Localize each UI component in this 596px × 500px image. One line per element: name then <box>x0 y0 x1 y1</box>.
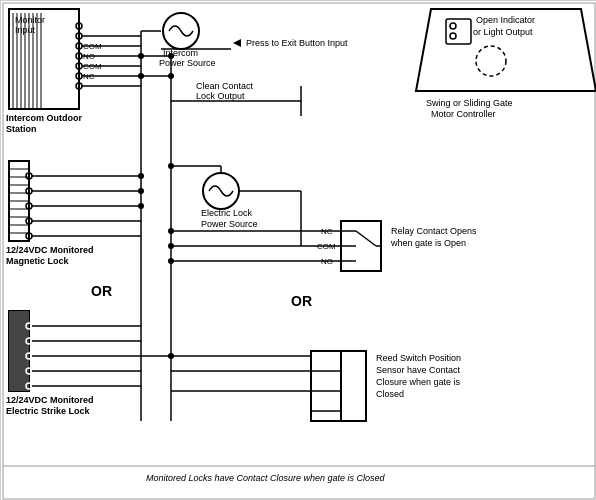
svg-text:Monitored Locks have Contact C: Monitored Locks have Contact Closure whe… <box>146 473 386 483</box>
svg-point-135 <box>168 228 174 234</box>
svg-text:Open Indicator: Open Indicator <box>476 15 535 25</box>
svg-point-133 <box>168 73 174 79</box>
svg-text:Clean Contact: Clean Contact <box>196 81 254 91</box>
svg-text:Monitor: Monitor <box>15 15 45 25</box>
svg-text:Input: Input <box>15 25 36 35</box>
svg-text:12/24VDC Monitored: 12/24VDC Monitored <box>6 245 94 255</box>
svg-text:or Light Output: or Light Output <box>473 27 533 37</box>
svg-text:12/24VDC Monitored: 12/24VDC Monitored <box>6 395 94 405</box>
svg-text:Press to Exit Button Input: Press to Exit Button Input <box>246 38 348 48</box>
svg-text:Magnetic Lock: Magnetic Lock <box>6 256 70 266</box>
svg-text:OR: OR <box>291 293 312 309</box>
svg-point-136 <box>168 243 174 249</box>
svg-point-131 <box>138 203 144 209</box>
svg-text:Station: Station <box>6 124 37 134</box>
svg-point-127 <box>138 53 144 59</box>
svg-text:Electric Lock: Electric Lock <box>201 208 253 218</box>
svg-point-132 <box>168 53 174 59</box>
svg-text:Closed: Closed <box>376 389 404 399</box>
svg-point-128 <box>138 73 144 79</box>
svg-text:Swing or Sliding Gate: Swing or Sliding Gate <box>426 98 513 108</box>
svg-point-138 <box>168 353 174 359</box>
svg-point-130 <box>138 188 144 194</box>
svg-text:Electric Strike Lock: Electric Strike Lock <box>6 406 91 416</box>
svg-text:Power Source: Power Source <box>159 58 216 68</box>
svg-point-129 <box>138 173 144 179</box>
svg-text:OR: OR <box>91 283 112 299</box>
svg-text:Reed Switch Position: Reed Switch Position <box>376 353 461 363</box>
svg-text:when gate is Open: when gate is Open <box>390 238 466 248</box>
svg-text:Motor Controller: Motor Controller <box>431 109 496 119</box>
svg-point-137 <box>168 258 174 264</box>
wiring-diagram: Monitor Input COM NO COM NC Intercom Out… <box>0 0 596 500</box>
svg-text:Closure when gate is: Closure when gate is <box>376 377 461 387</box>
svg-text:Intercom Outdoor: Intercom Outdoor <box>6 113 82 123</box>
svg-text:Power Source: Power Source <box>201 219 258 229</box>
svg-text:Relay Contact Opens: Relay Contact Opens <box>391 226 477 236</box>
svg-point-134 <box>168 163 174 169</box>
svg-text:Lock Output: Lock Output <box>196 91 245 101</box>
svg-text:Sensor have Contact: Sensor have Contact <box>376 365 461 375</box>
svg-rect-102 <box>9 311 29 391</box>
